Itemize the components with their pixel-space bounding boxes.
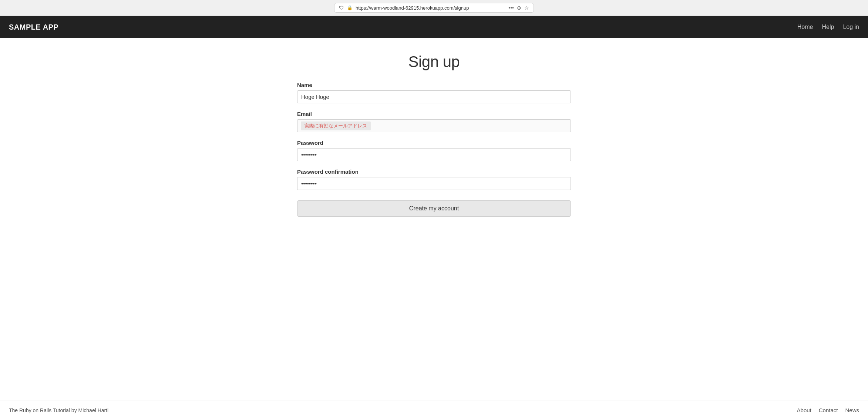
nav-home[interactable]: Home xyxy=(797,24,813,30)
more-icon: ••• xyxy=(508,5,514,11)
name-input[interactable] xyxy=(297,90,571,103)
email-error-text: 実際に有効なメールアドレス xyxy=(301,121,371,130)
footer-news-link[interactable]: News xyxy=(845,407,859,413)
nav-help[interactable]: Help xyxy=(822,24,834,30)
address-bar: 🛡 🔒 https://warm-woodland-62915.herokuap… xyxy=(334,3,534,13)
navbar: SAMPLE APP Home Help Log in xyxy=(0,16,868,38)
page-title: Sign up xyxy=(408,53,460,71)
star-icon: ☆ xyxy=(524,5,529,11)
footer: The Ruby on Rails Tutorial by Michael Ha… xyxy=(0,400,868,420)
footer-links: About Contact News xyxy=(797,407,859,413)
name-group: Name xyxy=(297,82,571,103)
password-confirmation-group: Password confirmation xyxy=(297,169,571,190)
signup-form: Name Email 実際に有効なメールアドレス Password Passwo… xyxy=(297,82,571,217)
password-confirmation-input[interactable] xyxy=(297,177,571,190)
email-input-wrapper: 実際に有効なメールアドレス xyxy=(297,119,571,132)
email-group: Email 実際に有効なメールアドレス xyxy=(297,111,571,132)
footer-contact-link[interactable]: Contact xyxy=(819,407,838,413)
email-label: Email xyxy=(297,111,571,117)
main-content: Sign up Name Email 実際に有効なメールアドレス Passwor… xyxy=(0,38,868,400)
nav-login[interactable]: Log in xyxy=(843,24,859,30)
password-label: Password xyxy=(297,140,571,146)
navbar-brand[interactable]: SAMPLE APP xyxy=(9,23,58,31)
browser-chrome: 🛡 🔒 https://warm-woodland-62915.herokuap… xyxy=(0,0,868,16)
navbar-nav: Home Help Log in xyxy=(797,24,859,30)
shield-icon: 🛡 xyxy=(339,5,344,11)
password-confirmation-label: Password confirmation xyxy=(297,169,571,175)
password-group: Password xyxy=(297,140,571,161)
pocket-icon: ⊕ xyxy=(517,5,521,11)
email-error-overlay: 実際に有効なメールアドレス xyxy=(297,119,371,132)
footer-about-link[interactable]: About xyxy=(797,407,811,413)
lock-icon: 🔒 xyxy=(347,5,353,10)
password-input[interactable] xyxy=(297,148,571,161)
address-bar-url[interactable]: https://warm-woodland-62915.herokuapp.co… xyxy=(356,5,505,11)
footer-left-text: The Ruby on Rails Tutorial by Michael Ha… xyxy=(9,407,108,413)
name-label: Name xyxy=(297,82,571,88)
create-account-button[interactable]: Create my account xyxy=(297,200,571,217)
